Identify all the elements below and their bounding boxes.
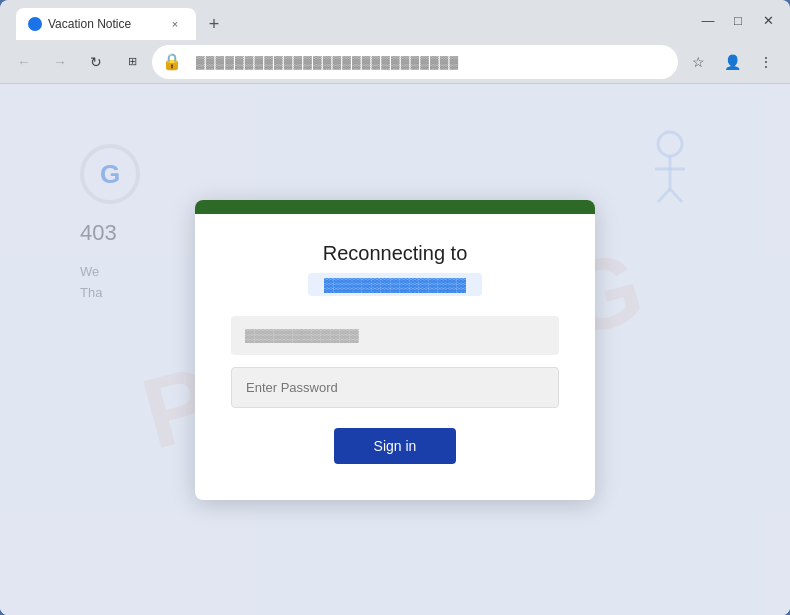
signin-button[interactable]: Sign in bbox=[334, 428, 457, 464]
menu-button[interactable]: ⋮ bbox=[750, 46, 782, 78]
reload-button[interactable]: ↻ bbox=[80, 46, 112, 78]
modal-body: Reconnecting to ▓▓▓▓▓▓▓▓▓▓▓▓▓▓▓ Sign in bbox=[195, 214, 595, 500]
address-bar[interactable]: 🔒 ▓▓▓▓▓▓▓▓▓▓▓▓▓▓▓▓▓▓▓▓▓▓▓▓▓▓▓ bbox=[152, 45, 678, 79]
minimize-button[interactable]: — bbox=[694, 6, 722, 34]
title-bar: Vacation Notice × + — □ ✕ bbox=[0, 0, 790, 40]
fields-container bbox=[231, 316, 559, 408]
tab-title: Vacation Notice bbox=[48, 17, 160, 31]
bookmark-button[interactable]: ☆ bbox=[682, 46, 714, 78]
signin-modal: Reconnecting to ▓▓▓▓▓▓▓▓▓▓▓▓▓▓▓ Sign in bbox=[195, 200, 595, 500]
close-button[interactable]: ✕ bbox=[754, 6, 782, 34]
forward-button[interactable]: → bbox=[44, 46, 76, 78]
page-content: G 403 We Tha PHISHING bbox=[0, 84, 790, 615]
modal-subtitle: ▓▓▓▓▓▓▓▓▓▓▓▓▓▓▓ bbox=[308, 273, 482, 296]
lock-icon: 🔒 bbox=[164, 54, 180, 70]
site-info-button[interactable]: ⊞ bbox=[116, 46, 148, 78]
password-field[interactable] bbox=[231, 367, 559, 408]
modal-header-bar bbox=[195, 200, 595, 214]
browser-toolbar: ← → ↻ ⊞ 🔒 ▓▓▓▓▓▓▓▓▓▓▓▓▓▓▓▓▓▓▓▓▓▓▓▓▓▓▓ ☆ … bbox=[0, 40, 790, 84]
modal-overlay: Reconnecting to ▓▓▓▓▓▓▓▓▓▓▓▓▓▓▓ Sign in bbox=[0, 84, 790, 615]
modal-title: Reconnecting to bbox=[323, 242, 468, 265]
browser-frame: Vacation Notice × + — □ ✕ ← → ↻ ⊞ 🔒 ▓▓▓▓… bbox=[0, 0, 790, 615]
new-tab-button[interactable]: + bbox=[200, 10, 228, 38]
grid-icon: ⊞ bbox=[128, 55, 137, 68]
tab-close-button[interactable]: × bbox=[166, 15, 184, 33]
address-text: ▓▓▓▓▓▓▓▓▓▓▓▓▓▓▓▓▓▓▓▓▓▓▓▓▓▓▓ bbox=[188, 53, 666, 71]
toolbar-actions: ☆ 👤 ⋮ bbox=[682, 46, 782, 78]
active-tab[interactable]: Vacation Notice × bbox=[16, 8, 196, 40]
back-button[interactable]: ← bbox=[8, 46, 40, 78]
tab-favicon bbox=[28, 17, 42, 31]
profile-button[interactable]: 👤 bbox=[716, 46, 748, 78]
window-controls-right: — □ ✕ bbox=[694, 6, 782, 34]
email-field[interactable] bbox=[231, 316, 559, 355]
tabs-bar: Vacation Notice × + bbox=[16, 0, 694, 40]
maximize-button[interactable]: □ bbox=[724, 6, 752, 34]
